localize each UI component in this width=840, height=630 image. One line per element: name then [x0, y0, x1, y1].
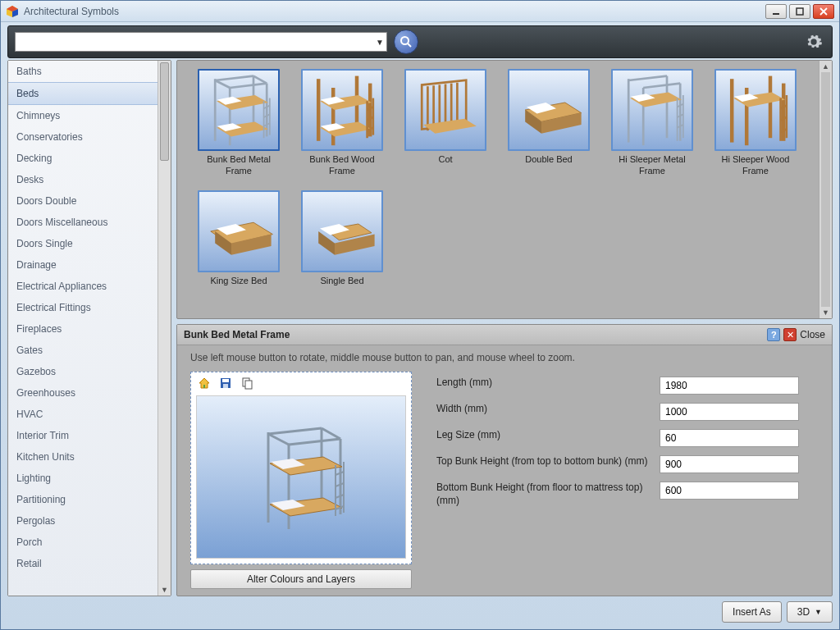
preview-column: Alter Colours and Layers [190, 372, 412, 589]
thumb-image [611, 69, 693, 151]
sidebar-item-baths[interactable]: Baths [8, 61, 158, 82]
detail-panel: Bunk Bed Metal Frame ? ✕ Close Use left … [176, 324, 833, 596]
symbol-thumb-cot[interactable]: Cot [400, 69, 491, 177]
svg-marker-44 [423, 119, 477, 134]
close-window-button[interactable] [813, 4, 834, 19]
property-input[interactable] [660, 455, 799, 473]
sidebar-item-kitchen-units[interactable]: Kitchen Units [8, 446, 158, 468]
sidebar-item-decking[interactable]: Decking [8, 148, 158, 169]
copy-icon[interactable] [240, 377, 253, 390]
sidebar-item-greenhouses[interactable]: Greenhouses [8, 382, 158, 404]
chevron-down-icon: ▼ [815, 608, 822, 616]
svg-line-95 [322, 428, 340, 439]
sidebar-item-beds[interactable]: Beds [8, 82, 158, 105]
sidebar-item-gates[interactable]: Gates [8, 340, 158, 361]
property-label: Top Bunk Height (from top to bottom bunk… [436, 455, 650, 468]
footer: Insert As 3D ▼ [7, 600, 833, 624]
property-row: Bottom Bunk Height (from floor to mattre… [436, 482, 819, 507]
svg-line-13 [215, 80, 230, 88]
scroll-down-icon[interactable]: ▼ [819, 307, 832, 318]
svg-line-92 [268, 428, 322, 434]
window-controls [765, 4, 834, 19]
property-label: Bottom Bunk Height (from floor to mattre… [436, 482, 650, 507]
property-row: Leg Size (mm) [436, 429, 819, 447]
sidebar-item-electrical-appliances[interactable]: Electrical Appliances [8, 276, 158, 297]
sidebar-item-porch[interactable]: Porch [8, 532, 158, 553]
property-label: Length (mm) [436, 377, 650, 390]
property-row: Top Bunk Height (from top to bottom bunk… [436, 455, 819, 473]
symbol-thumb-hi-sleeper-metal-frame[interactable]: Hi Sleeper Metal Frame [607, 69, 697, 177]
properties-column: Length (mm)Width (mm)Leg Size (mm)Top Bu… [436, 372, 819, 589]
mode-dropdown[interactable]: 3D ▼ [787, 601, 833, 623]
search-icon [399, 35, 413, 48]
category-sidebar: BathsBedsChimneysConservatoriesDeckingDe… [7, 60, 171, 596]
maximize-button[interactable] [789, 4, 810, 19]
property-input[interactable] [660, 377, 799, 395]
scroll-down-icon[interactable]: ▼ [158, 584, 171, 596]
property-label: Leg Size (mm) [436, 429, 650, 442]
svg-line-54 [643, 84, 680, 88]
search-combo[interactable]: ▼ [15, 32, 387, 52]
sidebar-item-electrical-fittings[interactable]: Electrical Fittings [8, 297, 158, 318]
app-icon [6, 5, 19, 18]
detail-title: Bunk Bed Metal Frame [184, 329, 767, 340]
scroll-up-icon[interactable]: ▲ [819, 61, 832, 72]
svg-rect-3 [773, 13, 779, 15]
thumb-label: Cot [400, 154, 491, 177]
thumb-label: Bunk Bed Metal Frame [194, 154, 284, 177]
sidebar-item-gazebos[interactable]: Gazebos [8, 361, 158, 382]
property-input[interactable] [660, 482, 799, 500]
svg-line-94 [268, 434, 289, 445]
sidebar-item-conservatories[interactable]: Conservatories [8, 126, 158, 148]
sidebar-item-drainage[interactable]: Drainage [8, 254, 158, 276]
help-button[interactable]: ? [767, 328, 780, 341]
settings-button[interactable] [802, 30, 825, 53]
thumb-image [508, 69, 590, 151]
symbol-thumb-bunk-bed-metal-frame[interactable]: Bunk Bed Metal Frame [194, 69, 284, 177]
symbol-thumb-single-bed[interactable]: Single Bed [297, 190, 387, 299]
alter-colours-button[interactable]: Alter Colours and Layers [190, 569, 412, 589]
symbol-thumb-hi-sleeper-wood-frame[interactable]: Hi Sleeper Wood Frame [710, 69, 801, 177]
svg-line-93 [289, 439, 340, 445]
search-dropdown-icon[interactable]: ▼ [373, 38, 386, 47]
thumb-label: Hi Sleeper Wood Frame [710, 154, 801, 177]
thumb-label: Single Bed [297, 276, 387, 299]
scrollbar-thumb[interactable] [821, 72, 830, 307]
property-input[interactable] [660, 403, 799, 421]
sidebar-item-chimneys[interactable]: Chimneys [8, 105, 158, 126]
thumb-image [404, 69, 486, 151]
sidebar-scrollbar[interactable]: ▲ ▼ [158, 61, 171, 596]
search-input[interactable] [16, 33, 373, 51]
save-icon[interactable] [219, 377, 232, 390]
interaction-hint: Use left mouse button to rotate, middle … [190, 352, 819, 363]
detail-body: Use left mouse button to rotate, middle … [177, 345, 832, 596]
sidebar-item-interior-trim[interactable]: Interior Trim [8, 425, 158, 446]
sidebar-item-fireplaces[interactable]: Fireplaces [8, 318, 158, 340]
property-input[interactable] [660, 429, 799, 447]
sidebar-item-doors-double[interactable]: Doors Double [8, 190, 158, 212]
preview-box [190, 372, 412, 564]
scrollbar-thumb[interactable] [160, 62, 169, 161]
sidebar-item-doors-single[interactable]: Doors Single [8, 233, 158, 254]
minimize-button[interactable] [765, 4, 787, 19]
thumb-label: Hi Sleeper Metal Frame [607, 154, 697, 177]
sidebar-item-pergolas[interactable]: Pergolas [8, 510, 158, 532]
symbol-thumb-double-bed[interactable]: Double Bed [504, 69, 594, 177]
home-icon[interactable] [198, 377, 211, 390]
symbol-thumb-king-size-bed[interactable]: King Size Bed [194, 190, 284, 299]
svg-line-11 [215, 76, 253, 80]
search-button[interactable] [394, 30, 418, 54]
sidebar-item-lighting[interactable]: Lighting [8, 468, 158, 489]
sidebar-item-desks[interactable]: Desks [8, 169, 158, 190]
sidebar-item-doors-miscellaneous[interactable]: Doors Miscellaneous [8, 212, 158, 233]
preview-3d-viewport[interactable] [196, 395, 406, 559]
sidebar-item-hvac[interactable]: HVAC [8, 404, 158, 425]
close-detail-button[interactable]: ✕ Close [783, 328, 825, 341]
insert-as-button[interactable]: Insert As [722, 601, 782, 623]
svg-rect-87 [245, 381, 252, 389]
sidebar-item-retail[interactable]: Retail [8, 553, 158, 574]
svg-rect-4 [797, 8, 803, 15]
sidebar-item-partitioning[interactable]: Partitioning [8, 489, 158, 510]
symbol-thumb-bunk-bed-wood-frame[interactable]: Bunk Bed Wood Frame [297, 69, 387, 177]
gallery-scrollbar[interactable]: ▲ ▼ [819, 61, 832, 318]
